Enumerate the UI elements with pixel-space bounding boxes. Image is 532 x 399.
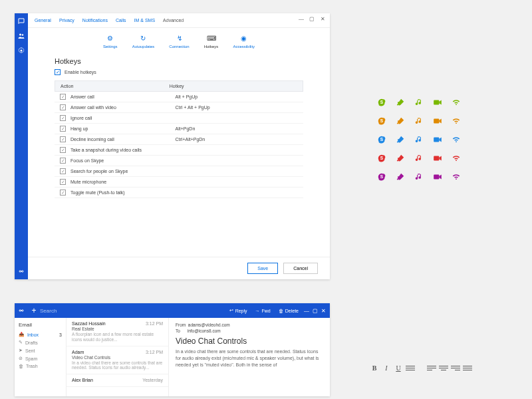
action-cell: Mute microphone (70, 180, 176, 184)
svg-text:S: S (380, 174, 384, 179)
brush-icon (391, 93, 410, 112)
checkbox-icon[interactable]: ✓ (60, 179, 66, 185)
list-item[interactable]: Adam3:12 PMVideo Chat ControlsIn a video… (66, 346, 168, 375)
checkbox-icon[interactable]: ✓ (55, 69, 61, 75)
folder-spam[interactable]: ⊘Spam (19, 354, 62, 362)
align-justify-icon[interactable] (406, 365, 415, 372)
enable-hotkeys-row[interactable]: ✓ Enable hotkeys (55, 69, 303, 75)
wifi-icon (447, 130, 466, 149)
checkbox-icon[interactable]: ✓ (60, 168, 66, 174)
hotkey-cell[interactable]: Alt + PgUp (176, 94, 298, 99)
align-justify-icon[interactable] (463, 365, 472, 372)
icon-palette-grid: SSSSS (372, 93, 466, 186)
chat-icon[interactable] (17, 17, 25, 25)
folder-trash[interactable]: 🗑Trash (19, 362, 62, 370)
hotkeys-table: Action Hotkey ✓Answer callAlt + PgUp✓Ans… (55, 80, 303, 198)
reply-button[interactable]: ↩Reply (229, 308, 247, 313)
list-item[interactable]: Sazzad Hossain3:12 PMReal EstateA floorp… (66, 318, 168, 346)
folder-sent[interactable]: ➤Sent (19, 346, 62, 354)
cancel-button[interactable]: Cancel (283, 263, 318, 274)
keyboard-icon: ⌨ (207, 35, 215, 43)
brush-icon (391, 130, 410, 149)
tab-notifications[interactable]: Notifications (82, 18, 108, 23)
close-button[interactable]: ✕ (319, 16, 326, 22)
minimize-button[interactable]: — (298, 16, 305, 22)
forward-button[interactable]: →Fwd (255, 309, 271, 313)
checkbox-icon[interactable]: ✓ (60, 136, 66, 142)
italic-button[interactable]: I (382, 364, 391, 372)
folder-drafts[interactable]: ✎Drafts (19, 338, 62, 346)
skype-icon: S (372, 130, 391, 149)
svg-rect-4 (434, 100, 439, 105)
checkbox-icon[interactable]: ✓ (60, 94, 66, 100)
skype-icon: S (372, 93, 391, 112)
access-icon: ◉ (240, 35, 248, 43)
subtab-connection[interactable]: ↯Connection (169, 35, 189, 49)
align-right-icon[interactable] (451, 365, 460, 372)
action-cell: Search for people on Skype (70, 169, 176, 174)
action-cell: Take a snapshot during video calls (70, 148, 176, 152)
gear-icon: ⚙ (106, 35, 114, 43)
subtab-autoupdates[interactable]: ↻Autoupdates (132, 35, 155, 49)
list-item[interactable]: Alex BrianYesterday (66, 374, 168, 387)
svg-text:S: S (380, 118, 384, 123)
svg-rect-10 (434, 156, 439, 161)
checkbox-icon[interactable]: ✓ (60, 104, 66, 110)
svg-rect-12 (434, 175, 439, 180)
col-action: Action (61, 84, 170, 88)
table-row: ✓Answer callAlt + PgUp (55, 92, 303, 102)
tab-privacy[interactable]: Privacy (59, 18, 74, 23)
checkbox-icon[interactable]: ✓ (60, 147, 66, 153)
video-icon (428, 93, 447, 112)
checkbox-icon[interactable]: ✓ (60, 126, 66, 132)
tab-calls[interactable]: Calls (116, 18, 126, 23)
action-cell: Decline incoming call (70, 137, 176, 142)
underline-button[interactable]: U (394, 364, 403, 372)
maximize-button[interactable]: ▢ (313, 308, 318, 314)
action-cell: Ignore call (70, 116, 176, 120)
search-input[interactable]: Search (40, 308, 101, 314)
window-controls: — ▢ ✕ (304, 308, 326, 314)
from-value: adams@videohd.com (188, 323, 230, 327)
hotkey-cell[interactable]: Alt+PgDn (176, 126, 298, 131)
maximize-button[interactable]: ▢ (309, 16, 315, 22)
hotkey-cell[interactable]: Ctrl + Alt + PgUp (176, 105, 298, 110)
table-row: ✓Take a snapshot during video calls (55, 145, 303, 156)
skype-icon: S (372, 149, 391, 168)
close-button[interactable]: ✕ (321, 308, 326, 314)
bold-button[interactable]: B (370, 364, 379, 372)
subtab-settings[interactable]: ⚙Settings (103, 35, 118, 49)
brush-icon (391, 168, 410, 186)
settings-icon[interactable] (17, 47, 25, 55)
minimize-button[interactable]: — (304, 308, 309, 314)
video-icon (428, 149, 447, 168)
contacts-icon[interactable] (17, 32, 25, 40)
hotkey-cell[interactable]: Ctrl+Alt+PgDn (176, 137, 298, 142)
settings-tabs: General Privacy Notifications Calls IM &… (28, 13, 330, 28)
brush-icon (391, 112, 410, 130)
music-icon (410, 168, 428, 186)
video-icon (428, 112, 447, 130)
save-button[interactable]: Save (247, 263, 278, 274)
compose-button[interactable]: + (28, 306, 40, 315)
delete-button[interactable]: 🗑Delete (279, 309, 299, 313)
checkbox-icon[interactable]: ✓ (60, 115, 66, 121)
format-toolbar: B I U (370, 364, 472, 372)
align-center-icon[interactable] (439, 365, 448, 372)
svg-point-2 (21, 50, 23, 52)
message-list: Sazzad Hossain3:12 PMReal EstateA floorp… (66, 318, 169, 396)
subtab-hotkeys[interactable]: ⌨Hotkeys (204, 35, 219, 49)
svg-rect-6 (434, 119, 439, 124)
tab-general[interactable]: General (35, 18, 51, 23)
app-logo-icon (17, 266, 25, 274)
folder-inbox[interactable]: 📥Inbox3 (19, 331, 62, 338)
tab-advanced[interactable]: Advanced (163, 18, 184, 23)
checkbox-icon[interactable]: ✓ (60, 158, 66, 164)
checkbox-icon[interactable]: ✓ (60, 190, 66, 196)
video-icon (428, 168, 447, 186)
subtab-accessibility[interactable]: ◉Accessibility (233, 35, 255, 49)
align-left-icon[interactable] (427, 365, 436, 372)
folder-icon: 📥 (19, 332, 25, 337)
tab-im-sms[interactable]: IM & SMS (134, 18, 156, 23)
music-icon (410, 93, 428, 112)
